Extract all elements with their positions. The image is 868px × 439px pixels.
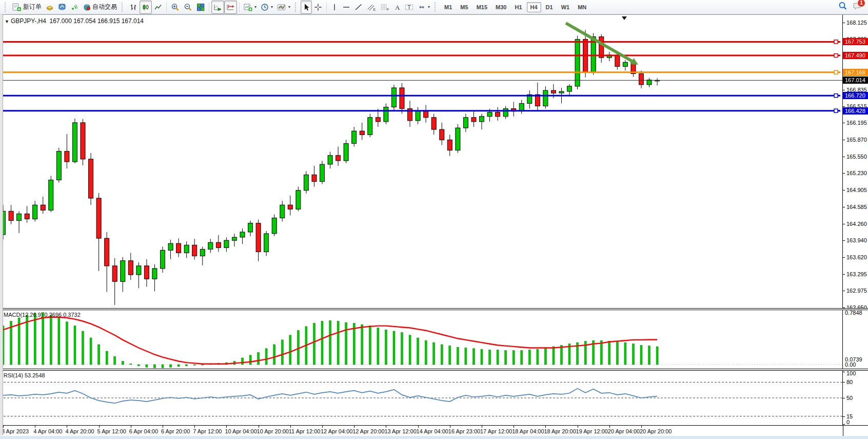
- fibonacci-button[interactable]: F: [378, 1, 391, 14]
- price-level-tag: 166.720: [843, 92, 868, 99]
- chevron-down-icon[interactable]: ▾: [271, 5, 273, 9]
- rsi-panel[interactable]: RSI(14) 53.2548 1008050150: [0, 371, 868, 425]
- timeframe-m5-button[interactable]: M5: [457, 2, 471, 12]
- search-icon: [838, 2, 847, 12]
- axis-tick: [843, 372, 845, 372]
- time-tick: [99, 426, 100, 428]
- notifications-button[interactable]: 1: [853, 2, 862, 12]
- line-handle[interactable]: [834, 94, 838, 98]
- new-chart-icon: [244, 3, 252, 11]
- auto-scroll-button[interactable]: [211, 1, 224, 14]
- timeframe-m1-button[interactable]: M1: [441, 2, 456, 12]
- indicators-button[interactable]: ▾: [275, 1, 292, 14]
- chevron-down-icon[interactable]: ▾: [254, 5, 257, 9]
- chevron-down-icon[interactable]: ▾: [428, 5, 430, 9]
- price-panel[interactable]: ▼GBPJPY-,H4 167.000 167.054 166.915 167.…: [0, 14, 868, 309]
- trendline-button[interactable]: [352, 1, 365, 14]
- text-label-button[interactable]: T: [403, 1, 416, 14]
- chart-shift-marker-icon[interactable]: [622, 16, 627, 20]
- tile-windows-button[interactable]: [194, 1, 207, 14]
- chart-shift-icon: [226, 3, 235, 11]
- zoom-out-button[interactable]: [182, 1, 194, 14]
- chart-shift-button[interactable]: [224, 1, 237, 14]
- toolbar-grip[interactable]: [435, 3, 438, 12]
- price-tick-label: 165.230: [846, 170, 867, 176]
- toolbar-grip[interactable]: [295, 3, 298, 12]
- text-a-icon: A: [393, 3, 401, 11]
- price-chart-canvas[interactable]: [0, 15, 843, 309]
- new-chart-button[interactable]: ▾: [242, 1, 259, 14]
- macd-panel[interactable]: MACD(12,26,9) 0.2696 0.3732 0.78480.0739…: [0, 310, 868, 369]
- rsi-label: RSI(14) 53.2548: [4, 372, 45, 378]
- shapes-icon: [418, 3, 426, 11]
- time-tick-label: 12 Apr 20:00: [352, 428, 384, 434]
- zoom-in-button[interactable]: [169, 1, 182, 14]
- chart-profiles-button[interactable]: [44, 1, 56, 14]
- period-selector-button[interactable]: ▾: [259, 1, 275, 14]
- bar-chart-button[interactable]: [127, 1, 140, 14]
- price-tick-label: 164.905: [846, 187, 867, 193]
- toolbar-grip[interactable]: [5, 3, 8, 12]
- text-label-icon: T: [405, 3, 413, 11]
- timeframe-m15-button[interactable]: M15: [473, 2, 491, 12]
- text-button[interactable]: A: [391, 1, 403, 14]
- chevron-down-icon[interactable]: ▾: [288, 5, 290, 9]
- cursor-button[interactable]: [301, 1, 312, 14]
- chart-window[interactable]: ▼GBPJPY-,H4 167.000 167.054 166.915 167.…: [0, 14, 868, 439]
- candlestick-chart-button[interactable]: [140, 1, 152, 14]
- toolbar-grip[interactable]: [122, 3, 125, 12]
- axis-tick: [843, 173, 845, 174]
- line-handle[interactable]: [834, 109, 838, 112]
- crosshair-button[interactable]: [312, 1, 324, 14]
- rsi-tick-label: 80: [846, 379, 853, 385]
- timeframe-d1-button[interactable]: D1: [542, 2, 557, 12]
- horizontal-level-lines[interactable]: [0, 40, 842, 112]
- timeframe-h1-button[interactable]: H1: [511, 2, 525, 12]
- axis-tick: [843, 424, 845, 425]
- vertical-line-button[interactable]: [329, 1, 340, 14]
- line-chart-button[interactable]: [152, 1, 164, 14]
- price-level-tag: 167.490: [843, 52, 868, 59]
- search-button[interactable]: [838, 2, 847, 12]
- new-order-button[interactable]: 新订单: [10, 1, 44, 14]
- time-tick: [35, 426, 35, 428]
- line-handle[interactable]: [834, 54, 838, 58]
- left-panel-edge[interactable]: [0, 14, 3, 435]
- time-tick-label: 10 Apr 20:00: [257, 428, 289, 434]
- time-tick: [354, 426, 354, 428]
- arrows-button[interactable]: ▾: [416, 1, 432, 14]
- panel-splitter[interactable]: [0, 308, 868, 310]
- line-handle[interactable]: [834, 40, 838, 44]
- timeframe-m30-button[interactable]: M30: [492, 2, 510, 12]
- axis-tick: [843, 23, 845, 23]
- timeframe-mn-button[interactable]: MN: [574, 2, 590, 12]
- macd-chart-canvas[interactable]: [0, 310, 843, 369]
- rsi-tick-label: 50: [846, 395, 853, 401]
- rsi-axis[interactable]: 1008050150: [842, 371, 868, 425]
- signal-icon: [70, 3, 78, 11]
- notification-badge: 1: [857, 0, 865, 7]
- time-tick: [482, 426, 482, 428]
- horizontal-line-button[interactable]: [340, 1, 352, 14]
- window-menu-arrow-icon[interactable]: ▼: [5, 19, 9, 24]
- time-tick-label: 14 Apr 04:00: [417, 428, 448, 434]
- rsi-tick-label: 100: [846, 371, 856, 376]
- time-axis[interactable]: 3 Apr 20234 Apr 04:004 Apr 20:005 Apr 12…: [0, 425, 868, 436]
- svg-text:A: A: [395, 3, 400, 11]
- market-watch-button[interactable]: [56, 1, 68, 14]
- time-tick-label: 20 Apr 04:00: [608, 428, 640, 434]
- line-chart-icon: [154, 3, 162, 11]
- rsi-chart-canvas[interactable]: [0, 371, 843, 425]
- price-axis[interactable]: 168.125167.805167.485167.165166.835166.5…: [842, 15, 868, 309]
- macd-axis[interactable]: 0.78480.07390.00: [842, 310, 868, 369]
- timeframe-h4-button[interactable]: H4: [527, 2, 541, 12]
- time-tick-label: 18 Apr 20:00: [544, 428, 576, 434]
- panel-splitter[interactable]: [0, 369, 868, 371]
- equidistant-channel-button[interactable]: E: [365, 1, 378, 14]
- price-tick-label: 165.870: [846, 137, 867, 143]
- signals-button[interactable]: [68, 1, 81, 14]
- timeframe-w1-button[interactable]: W1: [558, 2, 574, 12]
- time-tick: [545, 426, 546, 428]
- line-handle[interactable]: [834, 70, 838, 74]
- auto-trading-button[interactable]: 自动交易: [81, 1, 119, 14]
